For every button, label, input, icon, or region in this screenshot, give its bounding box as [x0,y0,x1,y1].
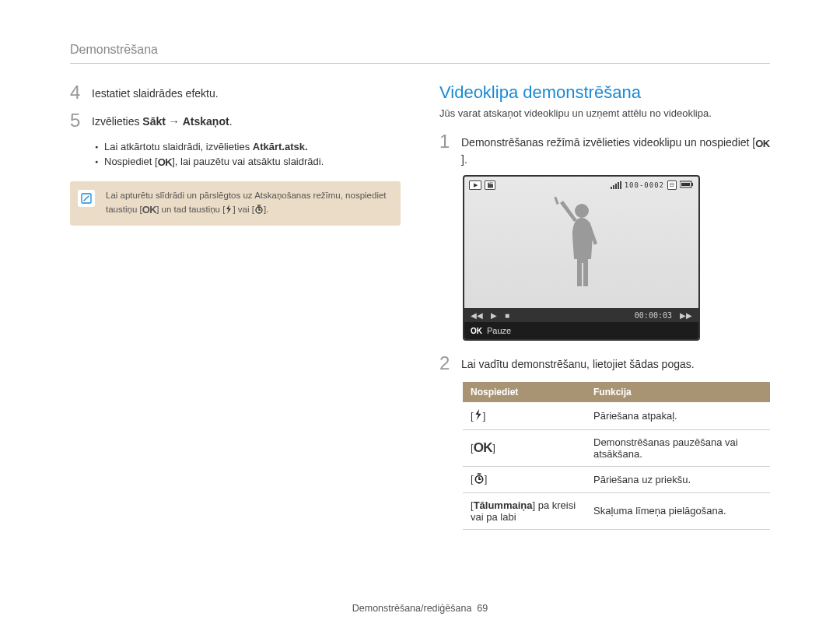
th-function: Funkcija [586,382,770,402]
step-text: Izvēlieties Sākt → Atskaņot. [92,110,401,131]
table-row: [OK] Demonstrēšanas pauzēšana vai atsākš… [463,429,770,466]
svg-rect-6 [554,197,558,205]
ok-icon: OK [142,202,157,218]
forward-icon: ▶▶ [680,311,692,320]
flash-icon [225,205,233,218]
function-table: Nospiediet Funkcija [] Pāriešana atpakaļ… [463,382,770,530]
movie-icon: 🎬 [485,180,495,190]
content-columns: 4 Iestatiet slaidrādes efektu. 5 Izvēlie… [70,82,770,530]
func-cell: Demonstrēšanas pauzēšana vai atsākšana. [586,429,770,466]
step-4: 4 Iestatiet slaidrādes efektu. [70,82,401,103]
step-number: 2 [439,353,461,373]
signal-icon [611,181,621,189]
manual-page: Demonstrēšana 4 Iestatiet slaidrādes efe… [0,0,840,553]
left-column: 4 Iestatiet slaidrādes efektu. 5 Izvēlie… [70,82,401,530]
battery-icon [680,180,694,190]
table-header-row: Nospiediet Funkcija [463,382,770,402]
timer-icon [474,473,485,486]
note-box: Lai apturētu slīdrādi un pārslēgtos uz A… [70,181,401,226]
bullet-list: Lai atkārtotu slaidrādi, izvēlieties Atk… [70,139,401,170]
table-row: [] Pāriešana uz priekšu. [463,466,770,492]
step-text: Demonstrēšanas režīmā izvēlieties videok… [461,131,770,167]
ok-icon: OK [158,155,173,170]
step-number: 4 [70,82,92,103]
table-row: [Tālummaiņa] pa kreisi vai pa labi Skaļu… [463,492,770,529]
svg-rect-3 [681,183,690,186]
section-title: Videoklipa demonstrēšana [439,82,770,103]
section-intro: Jūs varat atskaņot videoklipu un uzņemt … [439,107,770,119]
func-cell: Skaļuma līmeņa pielāgošana. [586,492,770,529]
step-2: 2 Lai vadītu demonstrēšanu, lietojiet šā… [439,353,770,373]
timer-icon [254,205,264,218]
file-counter: 100-0002 [625,181,664,189]
step-5: 5 Izvēlieties Sākt → Atskaņot. [70,110,401,131]
ok-icon: OK [474,440,493,456]
screen-status-bar: ▶ 🎬 100-0002 ⊟ [469,180,694,190]
step-number: 1 [439,131,461,167]
bullet-item: Lai atkārtotu slaidrādi, izvēlieties Atk… [95,139,401,155]
func-cell: Pāriešana uz priekšu. [586,466,770,492]
key-cell: [OK] [463,429,586,466]
step-number: 5 [70,110,92,131]
key-cell: [Tālummaiņa] pa kreisi vai pa labi [463,492,586,529]
play-icon: ▶ [491,311,497,320]
rewind-icon: ◀◀ [471,311,483,320]
step-1: 1 Demonstrēšanas režīmā izvēlieties vide… [439,131,770,167]
page-footer: Demonstrēšana/rediģēšana 69 [0,603,840,614]
bullet-item: Nospiediet [OK], lai pauzētu vai atsāktu… [95,154,401,170]
video-screen-illustration: ▶ 🎬 100-0002 ⊟ [463,175,700,341]
key-cell: [] [463,402,586,430]
flash-icon [474,408,483,423]
person-silhouette [551,197,613,293]
step-text: Iestatiet slaidrādes efektu. [92,82,401,103]
page-header: Demonstrēšana [70,43,770,64]
stop-icon: ■ [505,311,509,320]
playback-time: 00:00:03 [635,311,672,320]
caption-bar: OK Pauze [464,322,698,339]
key-cell: [] [463,466,586,492]
ok-icon: OK [755,137,770,152]
play-mode-icon: ▶ [469,180,481,190]
caption-label: Pauze [487,326,511,335]
svg-rect-4 [691,183,693,186]
step-text: Lai vadītu demonstrēšanu, lietojiet šāda… [461,353,770,373]
playback-bar: ◀◀ ▶ ■ 00:00:03 ▶▶ [464,308,698,322]
ok-icon: OK [471,327,482,335]
note-icon [78,190,95,207]
svg-point-5 [575,204,589,218]
right-column: Videoklipa demonstrēšana Jūs varat atska… [439,82,770,530]
sd-icon: ⊟ [667,180,677,190]
table-row: [] Pāriešana atpakaļ. [463,402,770,430]
func-cell: Pāriešana atpakaļ. [586,402,770,430]
th-press: Nospiediet [463,382,586,402]
